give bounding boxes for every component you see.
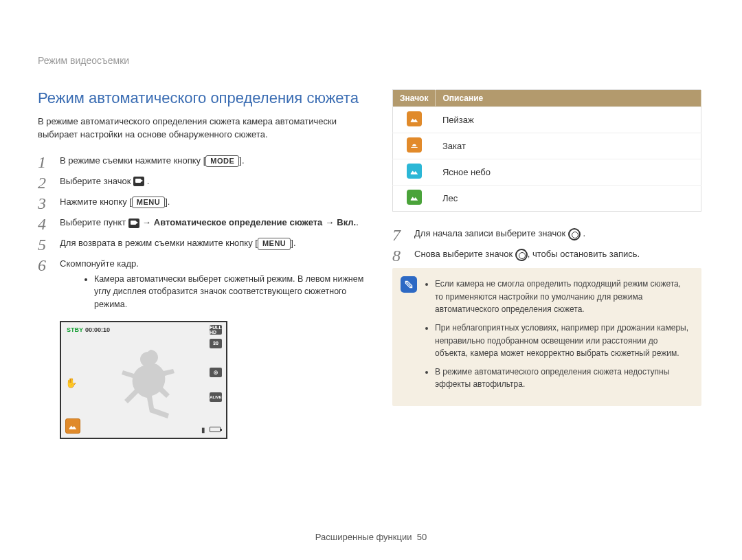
fps-icon: 30 bbox=[210, 339, 222, 348]
table-cell-label: Пейзаж bbox=[436, 107, 701, 133]
menu-button-label: MENU bbox=[258, 238, 291, 249]
preview-bottom-right: ▮ bbox=[201, 426, 221, 434]
step-3-text-b: ]. bbox=[165, 197, 170, 207]
table-row: Закат bbox=[393, 133, 701, 159]
step-1: В режиме съемки нажмите кнопку [MODE]. bbox=[38, 154, 368, 168]
sunset-icon bbox=[407, 137, 422, 153]
arrow-icon: → bbox=[322, 217, 337, 227]
record-button-icon bbox=[568, 228, 581, 240]
step-4-text-a: Выберите пункт bbox=[60, 217, 128, 227]
table-row: Пейзаж bbox=[393, 107, 701, 133]
step-7-text-b: . bbox=[581, 228, 585, 238]
scene-icon-table: Значок Описание Пейзаж Закат bbox=[392, 89, 701, 212]
table-cell-label: Закат bbox=[436, 133, 701, 159]
preview-status: STBY00:00:10 bbox=[67, 326, 110, 333]
note-item: Если камера не смогла определить подходя… bbox=[435, 278, 690, 316]
step-4-tail: . bbox=[356, 217, 359, 227]
footer-section: Расширенные функции bbox=[315, 532, 412, 542]
note-box: Если камера не смогла определить подходя… bbox=[392, 268, 701, 406]
step-8: Снова выберите значок , чтобы остановить… bbox=[392, 247, 701, 261]
step-2-text-a: Выберите значок bbox=[60, 176, 133, 186]
menu-button-label: MENU bbox=[132, 197, 165, 208]
breadcrumb: Режим видеосъемки bbox=[38, 55, 704, 66]
landscape-icon bbox=[407, 111, 422, 126]
footer-page-number: 50 bbox=[417, 532, 427, 542]
intro-paragraph: В режиме автоматического определения сюж… bbox=[38, 115, 368, 142]
step-2: Выберите значок . bbox=[38, 175, 368, 188]
sd-card-icon: ▮ bbox=[201, 426, 205, 434]
table-row: Лес bbox=[393, 186, 701, 212]
step-8-text-b: , чтобы остановить запись. bbox=[528, 249, 640, 259]
note-item: При неблагоприятных условиях, например п… bbox=[435, 322, 690, 360]
table-head-icon: Значок bbox=[393, 90, 436, 107]
step-2-text-b: . bbox=[144, 176, 149, 186]
step-1-text-a: В режиме съемки нажмите кнопку [ bbox=[60, 155, 205, 166]
mode-button-label: MODE bbox=[205, 155, 239, 167]
scene-detected-icon bbox=[65, 418, 80, 434]
clear-sky-icon bbox=[407, 164, 422, 179]
preview-status-time: 00:00:10 bbox=[85, 326, 110, 333]
section-title: Режим автоматического определения сюжета bbox=[38, 89, 368, 107]
camera-preview: STBY00:00:10 FULL HD 30 ◎ ALIVE ✋ ▮ bbox=[60, 321, 227, 439]
step-4-bold-1: Автоматическое определение сюжета bbox=[154, 217, 322, 227]
metering-icon: ◎ bbox=[210, 368, 222, 377]
step-6-sub: Камера автоматически выберет сюжетный ре… bbox=[94, 273, 368, 311]
stabilizer-icon: ✋ bbox=[65, 377, 78, 390]
record-button-icon bbox=[515, 249, 528, 261]
resolution-icon: FULL HD bbox=[210, 325, 222, 335]
step-7: Для начала записи выберите значок . bbox=[392, 227, 701, 240]
video-mode-icon bbox=[133, 177, 144, 186]
arrow-icon: → bbox=[139, 217, 154, 227]
step-5: Для возврата в режим съемки нажмите кноп… bbox=[38, 236, 368, 250]
video-mode-icon bbox=[128, 219, 139, 228]
table-row: Ясное небо bbox=[393, 159, 701, 186]
info-icon bbox=[401, 276, 417, 293]
preview-left-overlay: ✋ bbox=[65, 377, 78, 390]
table-cell-label: Ясное небо bbox=[436, 159, 701, 186]
page-footer: Расширенные функции 50 bbox=[0, 532, 742, 542]
step-8-text-a: Снова выберите значок bbox=[414, 249, 515, 259]
step-4-bold-2: Вкл. bbox=[337, 217, 356, 227]
step-5-text-a: Для возврата в режим съемки нажмите кноп… bbox=[60, 238, 258, 248]
table-cell-label: Лес bbox=[436, 186, 701, 212]
figure-silhouette bbox=[116, 350, 185, 425]
preview-right-overlay: FULL HD 30 ◎ ALIVE bbox=[210, 325, 222, 402]
forest-icon bbox=[407, 190, 422, 205]
step-3-text-a: Нажмите кнопку [ bbox=[60, 197, 132, 207]
step-5-text-b: ]. bbox=[291, 238, 295, 248]
step-3: Нажмите кнопку [MENU]. bbox=[38, 195, 368, 209]
battery-icon bbox=[210, 427, 221, 432]
alive-icon: ALIVE bbox=[210, 392, 222, 402]
step-7-text-a: Для начала записи выберите значок bbox=[414, 228, 568, 238]
step-1-text-b: ]. bbox=[239, 155, 244, 166]
preview-status-stby: STBY bbox=[67, 326, 83, 333]
step-4: Выберите пункт →Автоматическое определен… bbox=[38, 216, 368, 229]
table-head-desc: Описание bbox=[436, 90, 701, 107]
note-item: В режиме автоматического определения сюж… bbox=[435, 366, 690, 391]
step-6: Скомпонуйте кадр. Камера автоматически в… bbox=[38, 257, 368, 311]
step-6-text: Скомпонуйте кадр. bbox=[60, 258, 139, 269]
